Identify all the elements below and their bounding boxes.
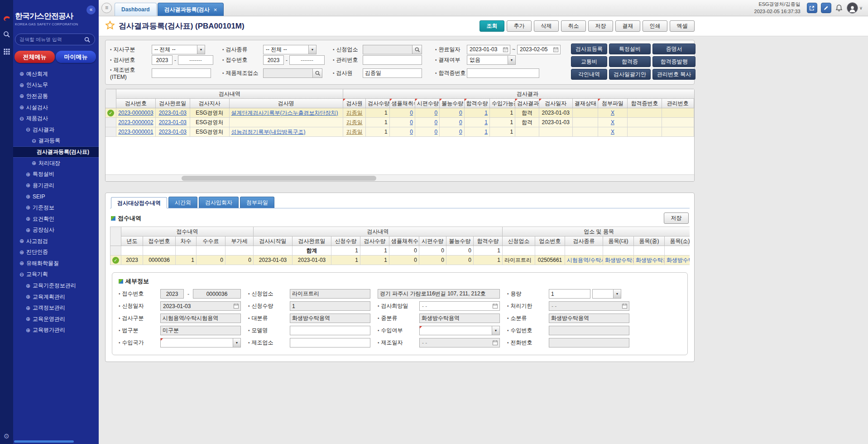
inspection-gubun-input[interactable] [160, 314, 241, 323]
fail-link[interactable]: 0 [459, 129, 462, 135]
edit-icon[interactable] [821, 3, 831, 13]
complete-date-from[interactable]: 2023-01-03 [467, 45, 510, 54]
capacity-unit-select[interactable]: ▼ [592, 289, 621, 299]
inspector-link[interactable]: 김종일 [346, 110, 363, 116]
transport-fee-button[interactable]: 교통비 [571, 56, 607, 67]
print-button[interactable]: 인쇄 [643, 20, 667, 32]
import-country-select[interactable]: ▼ [160, 338, 241, 347]
complete-date-link[interactable]: 2023-01-03 [159, 110, 187, 116]
horizontal-scrollbar[interactable] [106, 174, 694, 181]
sample-link[interactable]: 0 [410, 129, 413, 135]
pass-link[interactable]: 1 [484, 129, 488, 135]
delete-button[interactable]: 삭제 [534, 20, 559, 32]
inspection-no-link[interactable]: 2023-0000002 [118, 119, 153, 125]
sidebar-item[interactable]: ⊖검사결과 [13, 124, 99, 135]
gear-icon[interactable]: ⚙ [4, 432, 10, 440]
fail-link[interactable]: 0 [459, 119, 462, 125]
calendar-icon[interactable] [503, 47, 508, 53]
make-date-field[interactable]: - - [419, 338, 500, 347]
search-icon[interactable] [84, 36, 91, 43]
complete-date-link[interactable]: 2023-01-03 [159, 129, 187, 135]
inspection-no-seq-input[interactable] [178, 55, 213, 65]
due-date-field[interactable]: - - [549, 301, 629, 311]
sidebar-item[interactable]: ⊕교육평가관리 [13, 325, 99, 336]
tab-attachments[interactable]: 첨부파일 [240, 197, 274, 208]
certificate-button[interactable]: 증명서 [652, 43, 695, 54]
tab-dashboard[interactable]: Dashboard [115, 3, 157, 16]
open-window-icon[interactable] [807, 3, 817, 13]
specimen-link[interactable]: 0 [435, 129, 438, 135]
sidebar-item[interactable]: ⊕진단인증 [13, 247, 99, 258]
category-large-input[interactable] [290, 314, 370, 323]
maker-input[interactable] [290, 338, 370, 347]
table-row[interactable]: 2023-0000001 2023-01-03 ESG경영처 성능검정기록부(내… [106, 127, 694, 137]
all-menu-button[interactable]: 전체메뉴 [14, 51, 55, 63]
tab-receipt-list[interactable]: 검사대상접수내역 [111, 197, 167, 208]
sidebar-item[interactable]: ⊖결과등록 [13, 135, 99, 147]
sidebar-item[interactable]: ⊕공장심사 [13, 224, 99, 236]
excel-button[interactable]: 엑셀 [670, 20, 695, 32]
calendar-icon[interactable] [233, 303, 239, 309]
search-icon[interactable] [313, 68, 322, 78]
fail-link[interactable]: 0 [459, 110, 462, 116]
attachment-link[interactable]: X [611, 110, 614, 116]
inspection-name-link[interactable]: 설계단계검사기록부(가스누출경보차단장치) [231, 110, 338, 116]
tab-overtime[interactable]: 시간외 [168, 197, 197, 208]
search-button[interactable]: 조회 [480, 20, 504, 32]
receipt-no-year-input[interactable] [263, 55, 284, 65]
sidebar-item[interactable]: ⊕요건확인 [13, 213, 99, 225]
sidebar-item[interactable]: ⊕사고점검 [13, 236, 99, 247]
cert-no-input[interactable] [467, 68, 539, 78]
applicant-shop-input[interactable] [363, 45, 412, 54]
table-row[interactable]: 2023-0000002 2023-01-03 ESG경영처 김종일 1 0 0… [106, 118, 694, 127]
complete-date-link[interactable]: 2023-01-03 [159, 119, 187, 125]
copy-mgmt-no-button[interactable]: 관리번호 복사 [652, 69, 695, 80]
sidebar-item[interactable]: ⊕인사노무 [13, 80, 99, 91]
item-no-input[interactable] [152, 68, 211, 78]
specimen-link[interactable]: 0 [435, 110, 438, 116]
shop-address-input[interactable] [378, 289, 500, 299]
tab-active[interactable]: 검사결과등록(검사× [158, 3, 224, 16]
sidebar-item[interactable]: ⊕유해화학물질 [13, 258, 99, 269]
sidebar-item[interactable]: ⊕안전공통 [13, 91, 99, 102]
sidebar-item[interactable]: ⊕시설검사 [13, 102, 99, 113]
cancel-button[interactable]: 취소 [561, 20, 586, 32]
attachment-link[interactable]: X [611, 119, 614, 125]
pass-cert-issue-button[interactable]: 합격증발행 [652, 56, 695, 67]
calendar-icon[interactable] [622, 303, 628, 309]
hamburger-icon[interactable]: ≡ [101, 3, 112, 13]
bell-icon[interactable] [835, 4, 843, 12]
pass-cert-button[interactable]: 합격증 [609, 56, 651, 67]
scrollbar-thumb[interactable] [182, 176, 376, 181]
approval-select[interactable]: 없음▼ [467, 55, 516, 65]
sidebar-item[interactable]: ⊕교육기준정보관리 [13, 280, 99, 291]
sidebar-scrollbar[interactable] [14, 440, 74, 443]
tab-witness[interactable]: 검사입회자 [199, 197, 239, 208]
sidebar-collapse-button[interactable]: « [86, 5, 96, 14]
approve-button[interactable]: 결재 [615, 20, 640, 32]
apply-qty-input[interactable] [290, 301, 370, 311]
maker-shop-input[interactable] [263, 68, 313, 78]
shop-input[interactable] [290, 289, 370, 299]
inspection-no-link[interactable]: 2023-0000003 [118, 110, 153, 116]
model-name-input[interactable] [290, 326, 370, 335]
capacity-input[interactable] [549, 289, 590, 299]
complete-date-to[interactable]: 2023-02-05 [517, 45, 561, 54]
inspector-link[interactable]: 김종일 [346, 129, 363, 135]
menu-search-input[interactable] [19, 37, 84, 42]
inspection-kind-select[interactable]: -- 전체 --▼ [263, 45, 317, 54]
sidebar-item[interactable]: ⊕교육운영관리 [13, 314, 99, 325]
hope-date-field[interactable]: - - [419, 301, 500, 311]
calendar-icon[interactable] [553, 47, 559, 53]
sidebar-item[interactable]: ⊖교육기획 [13, 269, 99, 280]
table-row[interactable]: ✓ 2023-0000003 2023-01-03 ESG경영처 설계단계검사기… [106, 108, 694, 118]
pass-link[interactable]: 1 [484, 119, 488, 125]
close-icon[interactable]: × [214, 6, 217, 13]
inspection-no-link[interactable]: 2023-0000001 [118, 129, 153, 135]
special-facility-button[interactable]: 특정설비 [609, 43, 651, 54]
sidebar-item[interactable]: ⊕교육계획관리 [13, 291, 99, 303]
add-button[interactable]: 추가 [507, 20, 532, 32]
favorite-star-icon[interactable] [105, 20, 115, 32]
management-no-input[interactable] [363, 55, 422, 65]
branch-select[interactable]: -- 전체 --▼ [152, 45, 205, 54]
